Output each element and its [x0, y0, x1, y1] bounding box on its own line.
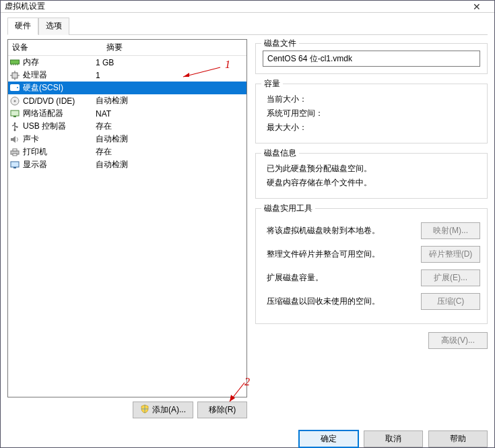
advanced-button[interactable]: 高级(V)...	[428, 332, 488, 349]
device-label: 显示器	[23, 159, 96, 170]
device-row[interactable]: USB 控制器存在	[8, 120, 246, 133]
titlebar: 虚拟机设置 ✕	[1, 1, 494, 13]
capacity-current-size: 当前大小：	[267, 94, 480, 105]
device-summary: 1 GB	[96, 58, 245, 67]
remove-button[interactable]: 移除(R)	[197, 402, 247, 418]
device-label: 声卡	[23, 133, 96, 145]
utility-defrag-desc: 整理文件碎片并整合可用空间。	[267, 249, 416, 260]
group-disk-file: 磁盘文件 CentOS 64 位-cl1.vmdk	[255, 43, 488, 74]
utility-expand-desc: 扩展磁盘容量。	[267, 272, 416, 284]
close-icon[interactable]: ✕	[463, 1, 490, 12]
device-row[interactable]: CD/DVD (IDE)自动检测	[8, 94, 246, 107]
device-row[interactable]: 处理器1	[8, 69, 246, 82]
help-button[interactable]: 帮助	[428, 430, 488, 447]
usb-icon	[9, 121, 20, 132]
device-row[interactable]: 网络适配器NAT	[8, 107, 246, 120]
svg-point-13	[14, 100, 16, 102]
tabbar: 硬件 选项	[7, 17, 488, 35]
device-summary: NAT	[96, 109, 245, 119]
device-row[interactable]: 显示器自动检测	[8, 158, 246, 171]
svg-rect-23	[11, 162, 19, 167]
device-summary: 自动检测	[96, 95, 245, 106]
tab-hardware[interactable]: 硬件	[7, 18, 38, 35]
capacity-max-size: 最大大小：	[267, 122, 480, 133]
device-row[interactable]: 内存1 GB	[8, 56, 246, 69]
device-row[interactable]: 打印机存在	[8, 146, 246, 158]
device-list-header: 设备 摘要	[8, 40, 246, 56]
svg-marker-18	[14, 122, 16, 124]
legend-capacity: 容量	[261, 78, 283, 90]
device-label: 处理器	[23, 69, 96, 81]
defrag-button[interactable]: 碎片整理(D)	[421, 246, 480, 263]
device-label: 内存	[23, 57, 96, 68]
right-pane: 磁盘文件 CentOS 64 位-cl1.vmdk 容量 当前大小： 系统可用空…	[255, 39, 488, 418]
map-button[interactable]: 映射(M)...	[421, 222, 480, 239]
expand-button[interactable]: 扩展(E)...	[421, 269, 480, 286]
capacity-free-space: 系统可用空间：	[267, 108, 480, 119]
device-summary: 存在	[96, 121, 245, 132]
device-label: 打印机	[23, 146, 96, 158]
device-label: CD/DVD (IDE)	[23, 96, 96, 106]
memory-icon	[9, 57, 20, 68]
legend-utilities: 磁盘实用工具	[261, 203, 315, 214]
device-label: 硬盘(SCSI)	[23, 82, 96, 94]
display-icon	[9, 160, 20, 170]
device-summary: 存在	[96, 146, 245, 158]
utility-compact-desc: 压缩磁盘以回收未使用的空间。	[267, 296, 416, 307]
device-label: 网络适配器	[23, 108, 96, 119]
disk-info-line2: 硬盘内容存储在单个文件中。	[267, 177, 480, 189]
svg-rect-14	[11, 110, 19, 116]
svg-rect-15	[13, 116, 16, 117]
window-title: 虚拟机设置	[5, 1, 463, 12]
bottom-buttons: 确定 取消 帮助	[1, 425, 494, 448]
svg-rect-24	[13, 167, 16, 168]
svg-marker-19	[11, 136, 15, 143]
column-summary[interactable]: 摘要	[102, 40, 246, 55]
shield-icon	[140, 404, 150, 416]
svg-rect-22	[13, 154, 17, 156]
content: 设备 摘要 内存1 GB处理器1硬盘(SCSI)CD/DVD (IDE)自动检测…	[7, 39, 488, 418]
advanced-row: 高级(V)...	[255, 329, 488, 352]
disk-info-line1: 已为此硬盘预分配磁盘空间。	[267, 163, 480, 174]
svg-rect-5	[12, 73, 18, 78]
group-utilities: 磁盘实用工具 将该虚拟机磁盘映射到本地卷。 映射(M)... 整理文件碎片并整合…	[255, 208, 488, 324]
client-area: 硬件 选项 设备 摘要 内存1 GB处理器1硬盘(SCSI)CD/DVD (ID…	[1, 13, 494, 425]
device-summary: 自动检测	[96, 133, 245, 145]
disk-icon	[9, 83, 20, 94]
svg-rect-17	[17, 126, 18, 127]
ok-button[interactable]: 确定	[299, 430, 358, 447]
add-button[interactable]: 添加(A)...	[133, 402, 193, 418]
nic-icon	[9, 108, 20, 119]
device-summary: 自动检测	[96, 159, 245, 170]
cpu-icon	[9, 70, 20, 81]
legend-disk-info: 磁盘信息	[261, 148, 299, 159]
utility-expand: 扩展磁盘容量。 扩展(E)...	[267, 269, 480, 286]
legend-disk-file: 磁盘文件	[261, 38, 299, 49]
device-list[interactable]: 设备 摘要 内存1 GB处理器1硬盘(SCSI)CD/DVD (IDE)自动检测…	[7, 39, 247, 397]
group-capacity: 容量 当前大小： 系统可用空间： 最大大小：	[255, 84, 488, 143]
device-label: USB 控制器	[23, 121, 96, 132]
disk-file-field[interactable]: CentOS 64 位-cl1.vmdk	[263, 51, 480, 67]
device-summary: 1	[96, 71, 245, 80]
cancel-button[interactable]: 取消	[364, 430, 423, 447]
utility-map-desc: 将该虚拟机磁盘映射到本地卷。	[267, 225, 416, 236]
left-pane-buttons: 添加(A)... 移除(R)	[7, 402, 247, 418]
device-row[interactable]: 硬盘(SCSI)	[8, 82, 246, 94]
svg-point-11	[17, 87, 18, 88]
group-disk-info: 磁盘信息 已为此硬盘预分配磁盘空间。 硬盘内容存储在单个文件中。	[255, 153, 488, 199]
svg-point-16	[14, 129, 16, 131]
utility-defrag: 整理文件碎片并整合可用空间。 碎片整理(D)	[267, 246, 480, 263]
compact-button[interactable]: 压缩(C)	[421, 293, 480, 310]
printer-icon	[9, 147, 20, 158]
utility-map: 将该虚拟机磁盘映射到本地卷。 映射(M)...	[267, 222, 480, 239]
svg-rect-0	[11, 60, 20, 64]
device-row[interactable]: 声卡自动检测	[8, 133, 246, 146]
vm-settings-window: 虚拟机设置 ✕ 硬件 选项 设备 摘要 内存1 GB处理器1硬盘(SCSI)CD…	[0, 0, 495, 448]
column-device[interactable]: 设备	[8, 40, 102, 55]
tab-options[interactable]: 选项	[38, 18, 69, 35]
add-button-label: 添加(A)...	[152, 404, 186, 416]
left-pane: 设备 摘要 内存1 GB处理器1硬盘(SCSI)CD/DVD (IDE)自动检测…	[7, 39, 247, 418]
sound-icon	[9, 134, 20, 145]
svg-rect-21	[13, 149, 17, 151]
cd-icon	[9, 96, 20, 106]
